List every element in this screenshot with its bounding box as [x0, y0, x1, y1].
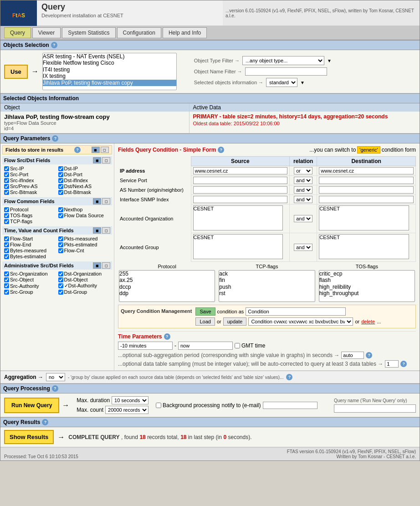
object-type-filter-select[interactable]: ...any object type...	[242, 56, 324, 65]
toggle-on-btn[interactable]: ◼	[92, 147, 100, 153]
aggregation-help[interactable]: ?	[286, 374, 292, 380]
delete-link[interactable]: delete	[361, 319, 375, 324]
tcp-flags-multiselect[interactable]: ack fin push rst	[219, 270, 315, 302]
cb-src-ifindex[interactable]: Src-ifIndex	[4, 178, 56, 183]
as-number-rel-select[interactable]: andor	[294, 186, 312, 194]
flow-common-toggle-on[interactable]: ◼	[93, 198, 101, 204]
service-port-src-input[interactable]	[193, 177, 288, 184]
accounted-group-rel-select[interactable]: andor	[294, 244, 312, 251]
interface-src-input[interactable]	[193, 196, 288, 203]
objects-list[interactable]: ASR testing - NAT Events (NSEL) Flexible…	[42, 53, 177, 90]
save-condition-btn[interactable]: Save	[195, 307, 215, 316]
ip-source-input[interactable]	[193, 167, 288, 174]
update-condition-btn[interactable]: update	[223, 317, 247, 326]
flow-srcdst-toggle-off[interactable]: ◻	[102, 157, 110, 164]
interface-dst-input[interactable]	[319, 196, 414, 203]
cb-src-authority[interactable]: Src-Authority	[4, 283, 56, 289]
time-from-input[interactable]	[118, 342, 173, 350]
cb-tos-flags[interactable]: TOS-flags	[4, 213, 56, 218]
cb-dst-group[interactable]: Dst-Group	[58, 289, 111, 295]
background-processing-label[interactable]: Background processing	[156, 402, 220, 409]
ip-dest-input[interactable]	[319, 167, 414, 174]
objects-selection-help[interactable]: ?	[51, 42, 57, 48]
query-results-help[interactable]: ?	[42, 419, 48, 425]
cb-pkts-measured[interactable]: Pkts-measured	[58, 236, 111, 241]
selected-objects-info-select[interactable]: standard	[266, 78, 297, 87]
cb-pkts-estimated[interactable]: Pkts-estimated	[58, 242, 111, 247]
accounted-group-dst-textarea[interactable]: CESNET	[319, 234, 409, 259]
time-to-input[interactable]	[178, 342, 233, 350]
aggregation-select[interactable]: noyes	[46, 373, 65, 381]
objects-list-item[interactable]: IX testing	[43, 73, 176, 79]
nav-configuration-btn[interactable]: Configuration	[117, 27, 161, 38]
use-button[interactable]: Use	[4, 65, 28, 79]
optional-sampling-input[interactable]	[385, 360, 399, 368]
cb-src-group[interactable]: Src-Group	[4, 289, 56, 295]
admin-srcdst-toggle-on[interactable]: ◼	[93, 262, 101, 269]
nav-help-btn[interactable]: Help and Info	[163, 27, 207, 38]
time-value-toggle-off[interactable]: ◻	[102, 227, 110, 234]
generic-link[interactable]: 'generic'	[357, 146, 380, 153]
max-duration-select[interactable]: 10 seconds 30 seconds 60 seconds no limi…	[112, 396, 149, 404]
sampling-help[interactable]: ?	[400, 361, 407, 367]
optional-subagg-input[interactable]	[341, 352, 364, 359]
cb-dst-bitmask[interactable]: Dst-Bitmask	[58, 189, 111, 195]
objects-list-item[interactable]: Flexible Netflow testing Cisco	[43, 60, 176, 66]
cb-dst-next-as[interactable]: Dst/Next-AS	[58, 184, 111, 189]
notify-email-input[interactable]	[263, 402, 318, 409]
cb-flow-start[interactable]: Flow-Start	[4, 236, 56, 241]
run-new-query-btn[interactable]: Run New Query	[4, 398, 59, 413]
condition-dropdown[interactable]: Condition cvwxc vxcvwvc xc bvxbvcbvc bvb…	[248, 317, 353, 326]
service-port-rel-select[interactable]: andor	[294, 177, 312, 184]
ip-relation-select[interactable]: orand	[294, 167, 312, 174]
accounted-group-src-textarea[interactable]: CESNET	[193, 234, 283, 259]
cb-flow-data-source[interactable]: Flow Data Source	[58, 213, 111, 218]
cb-dst-object[interactable]: Dst-Object	[58, 277, 111, 282]
cb-src-object[interactable]: Src-Object	[4, 277, 56, 282]
tos-flags-multiselect[interactable]: critic_ecp flash high_relibility high_th…	[319, 270, 415, 302]
cb-nexthop[interactable]: Nexthop	[58, 207, 111, 212]
gmt-time-label[interactable]: GMT time	[235, 342, 265, 349]
subagg-help[interactable]: ?	[366, 352, 372, 358]
flow-srcdst-toggle-on[interactable]: ◼	[93, 157, 101, 164]
load-condition-btn[interactable]: Load	[195, 317, 215, 326]
objects-list-item[interactable]: IT4I testing	[43, 66, 176, 73]
fqc-help[interactable]: ?	[218, 147, 224, 153]
interface-rel-select[interactable]: andor	[294, 196, 312, 203]
accounted-org-dst-textarea[interactable]: CESNET	[319, 205, 409, 230]
protocol-multiselect[interactable]: 255 ax.25 dccp ddp	[119, 270, 215, 302]
cb-dst-ifindex[interactable]: Dst-ifIndex	[58, 178, 111, 183]
cb-flow-end[interactable]: Flow-End	[4, 242, 56, 247]
query-processing-help[interactable]: ?	[52, 385, 58, 392]
show-results-btn[interactable]: Show Results	[4, 430, 54, 444]
cb-src-port[interactable]: Src-Port	[4, 172, 56, 177]
query-params-help[interactable]: ?	[52, 135, 58, 142]
cb-src-prev-as[interactable]: Src/Prev-AS	[4, 184, 56, 189]
nav-query-btn[interactable]: Query	[4, 27, 31, 38]
background-processing-checkbox[interactable]	[156, 403, 161, 408]
cb-bytes-measured[interactable]: Bytes-measured	[4, 248, 56, 253]
gmt-time-checkbox[interactable]	[235, 343, 240, 348]
cb-dst-organization[interactable]: Dst-Organization	[58, 271, 111, 276]
objects-list-item[interactable]: ASR testing - NAT Events (NSEL)	[43, 53, 176, 60]
as-number-src-input[interactable]	[193, 186, 288, 194]
cb-protocol[interactable]: Protocol	[4, 207, 56, 212]
time-value-toggle-on[interactable]: ◼	[93, 227, 101, 234]
cb-flow-cnt[interactable]: Flow-Cnt	[58, 248, 111, 253]
condition-name-input[interactable]	[246, 307, 346, 316]
service-port-dst-input[interactable]	[319, 177, 414, 184]
accounted-org-rel-select[interactable]: andor	[294, 215, 312, 222]
admin-srcdst-toggle-off[interactable]: ◻	[102, 262, 110, 269]
cb-src-bitmask[interactable]: Src-Bitmask	[4, 189, 56, 195]
as-number-dst-input[interactable]	[319, 186, 414, 194]
cb-src-ip[interactable]: Src-IP	[4, 166, 56, 171]
flow-common-toggle-off[interactable]: ◻	[102, 198, 110, 204]
nav-viewer-btn[interactable]: Viewer	[32, 27, 61, 38]
cb-tcp-flags[interactable]: TCP-flags	[4, 219, 56, 224]
objects-list-item[interactable]: Jihlava PoP, testing flow-stream copy	[43, 80, 176, 86]
max-count-select[interactable]: 20000 records 5000 records 1000 records …	[105, 406, 149, 414]
time-params-help[interactable]: ?	[164, 333, 170, 340]
cb-dst-ip[interactable]: Dst-IP	[58, 166, 111, 171]
object-name-filter-input[interactable]	[245, 67, 327, 76]
cb-dst-authority[interactable]: ✓Dst-Authority	[58, 283, 111, 289]
